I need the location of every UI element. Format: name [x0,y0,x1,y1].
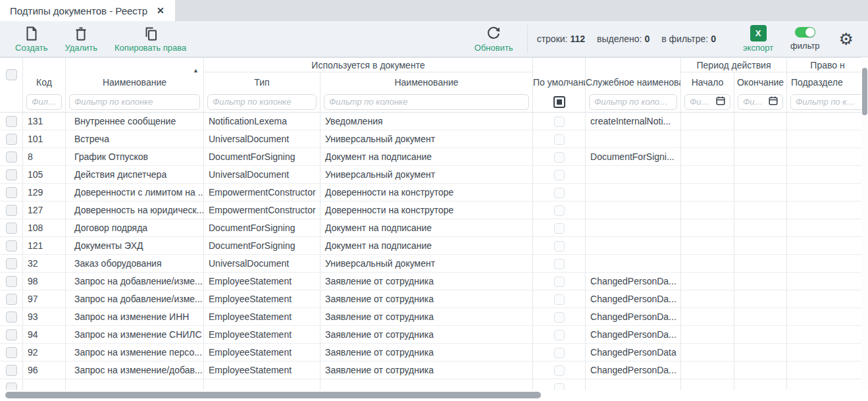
create-button[interactable]: Создать [15,26,47,53]
service-name-filter-input[interactable] [594,97,672,107]
row-checkbox[interactable] [6,294,17,305]
end-date-filter-input[interactable] [743,97,767,107]
column-header-code[interactable]: Код [23,58,66,92]
cell-doc-name: Доверенности на конструторе [320,184,533,201]
cell-default-checkbox[interactable] [554,134,565,145]
cell-doc-name: Заявление от сотрудника [320,361,533,379]
table-row[interactable]: 108 Договор подряда DocumentForSigning Д… [0,219,868,237]
cell-default-checkbox[interactable] [554,383,565,390]
row-checkbox[interactable] [6,205,17,216]
close-icon[interactable]: ✕ [157,5,165,16]
column-header-start[interactable]: Начало [681,72,734,92]
row-checkbox[interactable] [6,383,17,390]
cell-default-checkbox[interactable] [554,170,565,180]
row-checkbox[interactable] [6,116,17,127]
row-checkbox[interactable] [6,329,17,340]
calendar-icon[interactable] [716,96,725,108]
cell-default-checkbox[interactable] [554,312,565,323]
cell-start [681,308,734,326]
cell-doc-name: Заявление от сотрудника [320,344,533,361]
table-row[interactable]: 131 Внутреннее сообщение NotificationLex… [0,113,868,130]
table-row[interactable]: 129 Доверенности с лимитом на ... Empowe… [0,184,868,201]
column-header-default[interactable]: По умолчанию [533,58,586,92]
column-header-service-name[interactable]: Служебное наименование [586,58,681,92]
cell-doc-name: Документ на подписание [320,219,533,237]
column-header-division[interactable]: Подразделе [787,72,868,92]
cell-default-checkbox[interactable] [554,348,565,358]
cell-default-checkbox[interactable] [554,277,565,287]
cell-service-name [586,237,681,255]
cell-default-checkbox[interactable] [554,223,565,234]
table-row[interactable]: 93 Запрос на изменение ИНН EmployeeState… [0,308,868,326]
row-checkbox[interactable] [6,169,17,180]
cell-type: UniversalDocument [204,166,320,184]
cell-default-checkbox[interactable] [554,188,565,198]
column-header-type[interactable]: Тип [204,72,320,92]
name-filter-box [69,94,200,110]
copy-rights-button[interactable]: Копировать права [115,26,186,53]
cell-code: 105 [23,166,66,184]
cell-doc-name [320,379,533,390]
calendar-icon[interactable] [769,96,778,108]
tab-documents-registry[interactable]: Подтипы документов - Реестр ✕ [0,0,175,21]
settings-gear-icon[interactable]: ⚙ [839,31,854,47]
cell-default-checkbox[interactable] [554,152,565,163]
cell-division [787,361,868,379]
row-checkbox[interactable] [6,240,17,252]
horizontal-scrollbar-thumb[interactable] [5,392,541,398]
vertical-scrollbar-thumb[interactable] [862,68,867,115]
default-filter-checkbox-indeterminate[interactable] [553,96,565,108]
cell-start [681,344,734,361]
toggle-on-icon[interactable] [795,27,815,38]
delete-button[interactable]: Удалить [64,26,97,53]
cell-start [681,290,734,308]
cell-default-checkbox[interactable] [554,365,565,376]
row-checkbox[interactable] [6,187,17,198]
table-row[interactable]: 8 График Отпусков DocumentForSigning Док… [0,148,868,166]
column-header-name[interactable]: Наименование ▲ [66,58,204,92]
cell-division [787,130,868,148]
cell-default-checkbox[interactable] [554,294,565,305]
refresh-button[interactable]: Обновить [474,26,513,53]
row-checkbox[interactable] [6,151,17,163]
table-row[interactable]: 97 Запрос на добавление/изме... Employee… [0,290,868,308]
table-row[interactable]: 32 Заказ оборудования UniversalDocument … [0,255,868,273]
row-checkbox[interactable] [6,134,17,145]
table-row[interactable]: 98 Запрос на добавление/изме... Employee… [0,273,868,290]
row-checkbox[interactable] [6,223,17,234]
division-filter-input[interactable] [796,97,859,107]
column-header-doc-name[interactable]: Наименование [320,72,533,92]
cell-start [681,184,734,201]
cell-start [681,148,734,166]
doc-name-filter-input[interactable] [329,97,524,107]
row-checkbox[interactable] [6,365,17,376]
filter-toggle[interactable]: фильтр [790,27,819,51]
table-row[interactable]: 92 Запрос на изменение персо... Employee… [0,344,868,361]
cell-default-checkbox[interactable] [554,330,565,340]
cell-name: Запрос на изменение/добав... [66,361,204,379]
code-filter-input[interactable] [32,97,57,107]
table-row[interactable]: 101 Встреча UniversalDocument Универсаль… [0,130,868,148]
row-checkbox[interactable] [6,276,17,287]
start-date-filter-input[interactable] [690,97,714,107]
column-header-end[interactable]: Окончание [734,72,787,92]
type-filter-input[interactable] [213,97,311,107]
cell-default-checkbox[interactable] [554,117,565,127]
cell-service-name [586,219,681,237]
table-row[interactable]: 121 Документы ЭХД DocumentForSigning Док… [0,237,868,255]
cell-default-checkbox[interactable] [554,205,565,216]
table-row[interactable] [0,379,868,390]
row-checkbox[interactable] [6,258,17,269]
table-row[interactable]: 96 Запрос на изменение/добав... Employee… [0,361,868,379]
table-row[interactable]: 94 Запрос на изменение СНИЛС EmployeeSta… [0,326,868,344]
name-filter-input[interactable] [74,97,195,107]
table-row[interactable]: 105 Действия диспетчера UniversalDocumen… [0,166,868,184]
export-button[interactable]: X экспорт [743,25,773,53]
table-row[interactable]: 127 Доверенность на юридическ... Empower… [0,201,868,219]
row-checkbox[interactable] [6,311,17,323]
select-all-checkbox[interactable] [6,69,17,80]
cell-default-checkbox[interactable] [554,241,565,252]
row-checkbox[interactable] [6,347,17,358]
cell-code: 98 [23,273,66,290]
cell-default-checkbox[interactable] [554,259,565,269]
